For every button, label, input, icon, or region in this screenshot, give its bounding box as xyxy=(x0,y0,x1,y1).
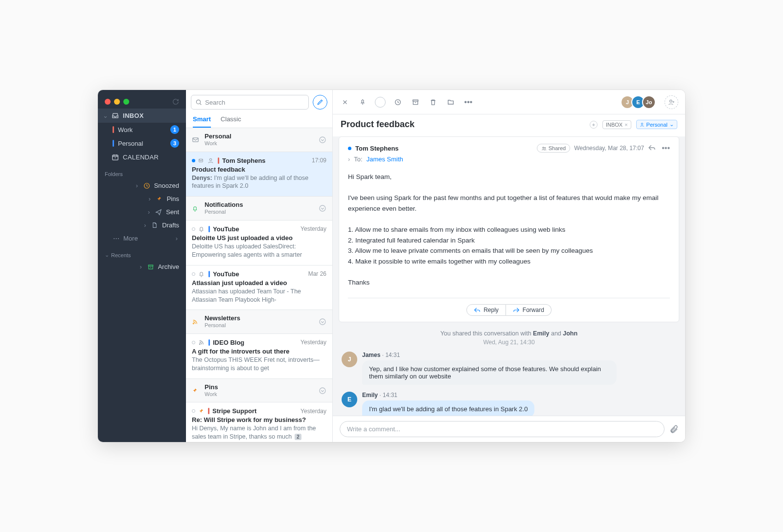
email-sender: Tom Stephens xyxy=(222,157,309,164)
sidebar-folder-snoozed[interactable]: › Snoozed xyxy=(98,179,186,192)
read-dot-icon xyxy=(192,341,195,344)
account-color-bar xyxy=(208,226,210,232)
sidebar-item-work[interactable]: Work 1 xyxy=(98,123,186,136)
sidebar-item-label: Personal xyxy=(118,140,143,147)
forward-action-button[interactable]: Forward xyxy=(506,304,552,316)
sidebar-item-inbox[interactable]: ⌄ INBOX xyxy=(98,109,186,123)
list-section-notifications[interactable]: Notifications Personal xyxy=(186,197,332,221)
label-chip-inbox[interactable]: INBOX× xyxy=(602,120,631,129)
sidebar-item-label: Sent xyxy=(166,208,179,216)
rss-icon xyxy=(192,319,200,325)
collapse-icon[interactable] xyxy=(319,204,326,212)
pin-icon xyxy=(156,196,163,202)
close-button[interactable] xyxy=(340,97,350,108)
snooze-button[interactable] xyxy=(392,97,403,108)
to-recipient[interactable]: James Smith xyxy=(367,155,403,163)
email-list-item[interactable]: YouTube Mar 26 Atlassian just uploaded a… xyxy=(186,266,332,310)
email-sender: IDEO Blog xyxy=(213,339,298,346)
sidebar-item-label: More xyxy=(123,235,138,242)
sidebar-item-personal[interactable]: Personal 3 xyxy=(98,136,186,150)
account-chip[interactable]: Personal ⌄ xyxy=(636,120,677,129)
chevron-right-icon: › xyxy=(147,195,152,202)
reader-body: Tom Stephens Shared Wednesday, Mar 28, 1… xyxy=(333,136,685,416)
sidebar-folder-sent[interactable]: › Sent xyxy=(98,205,186,219)
add-collaborator-button[interactable] xyxy=(665,95,678,109)
email-list-item[interactable]: Tom Stephens 17:09 Product feedback Deny… xyxy=(186,152,332,197)
svg-rect-6 xyxy=(199,159,203,162)
search-input[interactable]: Search xyxy=(191,95,309,110)
list-section-pins[interactable]: Pins Work xyxy=(186,379,332,403)
reply-button[interactable] xyxy=(648,144,656,153)
minimize-window-button[interactable] xyxy=(114,99,120,105)
tab-smart[interactable]: Smart xyxy=(193,115,211,128)
move-button[interactable] xyxy=(445,97,456,108)
read-toggle-button[interactable] xyxy=(375,97,386,108)
rss-icon xyxy=(198,339,205,346)
close-window-button[interactable] xyxy=(105,99,111,105)
list-section-personal[interactable]: Personal Work xyxy=(186,128,332,152)
email-time: Yesterday xyxy=(300,339,326,346)
email-time: Yesterday xyxy=(300,225,326,232)
email-time: Yesterday xyxy=(300,408,326,415)
email-time: Mar 26 xyxy=(308,270,326,277)
account-color-bar xyxy=(218,157,219,164)
collapse-icon[interactable] xyxy=(319,387,326,395)
sidebar-item-label: Snoozed xyxy=(154,182,179,189)
reply-action-button[interactable]: Reply xyxy=(466,304,506,316)
list-section-newsletters[interactable]: Newsletters Personal xyxy=(186,310,332,334)
sidebar-item-label: Drafts xyxy=(162,222,179,229)
mail-icon xyxy=(192,136,200,143)
compose-button[interactable] xyxy=(313,95,327,110)
fullscreen-window-button[interactable] xyxy=(123,99,129,105)
comment-text: I'm glad we'll be adding all of those fe… xyxy=(362,400,534,416)
svg-point-7 xyxy=(209,158,211,160)
sync-icon[interactable] xyxy=(172,98,179,105)
forward-icon xyxy=(513,307,520,313)
doc-icon xyxy=(151,222,158,228)
pencil-icon xyxy=(317,99,323,106)
email-list-item[interactable]: Stripe Support Yesterday Re: Will Stripe… xyxy=(186,402,332,442)
chevron-down-icon: ⌄ xyxy=(105,252,109,258)
comment-input[interactable]: Write a comment... xyxy=(340,421,665,437)
person-icon xyxy=(207,157,214,164)
chevron-right-icon: › xyxy=(142,222,147,229)
sidebar-item-more[interactable]: ⋯ More › xyxy=(98,232,186,245)
more-button[interactable]: ••• xyxy=(463,97,474,108)
collapse-icon[interactable] xyxy=(319,136,326,144)
section-title: Notifications xyxy=(205,201,243,209)
email-sender: Tom Stephens xyxy=(355,145,399,152)
archive-button[interactable] xyxy=(410,97,421,108)
svg-point-3 xyxy=(196,100,200,104)
sidebar-recent-archive[interactable]: › Archive xyxy=(98,260,186,273)
avatar[interactable]: Jo xyxy=(642,95,656,109)
account-color-bar xyxy=(113,140,114,147)
collapse-icon[interactable] xyxy=(319,318,326,326)
email-preview: Hi Denys, My name is John and I am from … xyxy=(192,424,326,441)
email-sender: YouTube xyxy=(213,225,298,233)
chevron-right-icon: › xyxy=(138,263,143,270)
attach-button[interactable] xyxy=(669,425,678,434)
bell-icon xyxy=(198,271,205,277)
chevron-right-icon[interactable]: › xyxy=(348,155,350,163)
email-more-button[interactable]: ••• xyxy=(662,144,670,153)
comment: J James · 14:31 Yep, and I like how cust… xyxy=(342,352,679,385)
add-label-button[interactable]: + xyxy=(590,121,598,129)
account-color-bar xyxy=(208,271,210,277)
remove-label-icon[interactable]: × xyxy=(624,122,627,128)
shared-pill[interactable]: Shared xyxy=(537,144,570,153)
thread-collaborators[interactable]: JEJo xyxy=(623,95,656,109)
send-icon xyxy=(155,209,162,216)
pin-button[interactable] xyxy=(357,97,368,108)
email-list-item[interactable]: IDEO Blog Yesterday A gift for the intro… xyxy=(186,334,332,379)
read-dot-icon xyxy=(192,409,195,413)
sidebar-folder-drafts[interactable]: › Drafts xyxy=(98,219,186,232)
delete-button[interactable] xyxy=(428,97,438,108)
sidebar-item-calendar[interactable]: CALENDAR xyxy=(98,150,186,164)
email-list-item[interactable]: YouTube Yesterday Deloitte US just uploa… xyxy=(186,221,332,266)
unread-count-badge: 1 xyxy=(170,125,179,134)
tab-classic[interactable]: Classic xyxy=(221,115,241,128)
email-time: 17:09 xyxy=(312,157,326,164)
sidebar-folder-pins[interactable]: › Pins xyxy=(98,192,186,205)
more-icon: ⋯ xyxy=(113,235,119,242)
svg-point-10 xyxy=(320,319,325,325)
